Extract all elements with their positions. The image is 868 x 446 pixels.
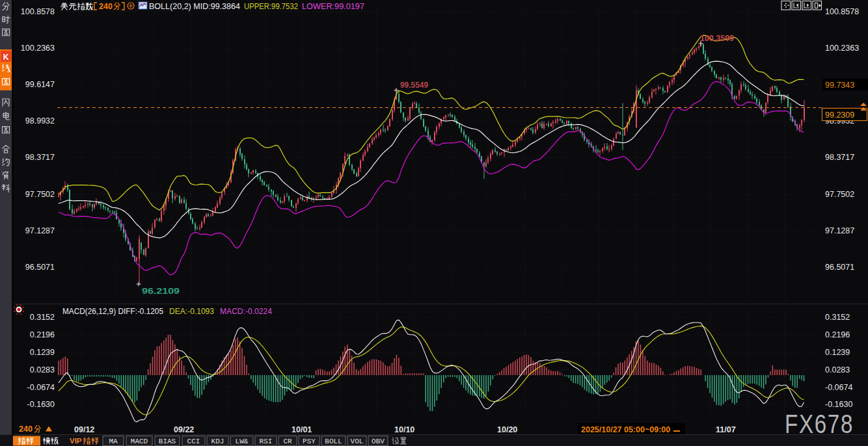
svg-text:99.5549: 99.5549: [400, 81, 428, 90]
svg-text:100.8578: 100.8578: [825, 7, 859, 16]
svg-text:-0.1630: -0.1630: [27, 400, 55, 409]
svg-text:98.9932: 98.9932: [25, 116, 55, 125]
svg-text:CR: CR: [283, 438, 292, 445]
svg-text:10/10: 10/10: [394, 425, 414, 434]
svg-text:FX678: FX678: [785, 410, 854, 439]
svg-text:0.1239: 0.1239: [30, 348, 55, 357]
svg-text:100.3599: 100.3599: [700, 34, 734, 43]
svg-text:96.5071: 96.5071: [825, 263, 854, 272]
svg-text:240: 240: [99, 2, 113, 11]
svg-text:99.2309: 99.2309: [825, 111, 854, 120]
svg-text:11/07: 11/07: [716, 425, 736, 434]
svg-text:97.7502: 97.7502: [25, 190, 55, 199]
svg-text:0.2196: 0.2196: [30, 330, 55, 339]
svg-text:96.5071: 96.5071: [25, 263, 55, 272]
svg-text:MACD(26,12,9) DIFF:-0.1205: MACD(26,12,9) DIFF:-0.1205: [62, 307, 163, 316]
svg-text:100.2363: 100.2363: [21, 44, 55, 53]
svg-text:RSI: RSI: [260, 438, 273, 445]
svg-text:0.0283: 0.0283: [30, 365, 55, 374]
svg-text:-0.1630: -0.1630: [825, 400, 852, 409]
svg-text:OBV: OBV: [372, 438, 385, 445]
svg-text:BOLL: BOLL: [325, 438, 342, 445]
svg-text:0.0283: 0.0283: [825, 365, 850, 374]
svg-text:0.1239: 0.1239: [825, 348, 850, 357]
svg-text:97.1287: 97.1287: [825, 226, 854, 235]
svg-text:MACD: MACD: [131, 438, 148, 445]
svg-text:0.3152: 0.3152: [30, 313, 55, 322]
svg-text:10/20: 10/20: [497, 425, 517, 434]
svg-text:MACD:-0.0224: MACD:-0.0224: [220, 307, 272, 316]
svg-text:UPPER:99.7532: UPPER:99.7532: [244, 2, 298, 11]
svg-text:DEA:-0.1093: DEA:-0.1093: [169, 307, 214, 316]
svg-text:97.1287: 97.1287: [25, 226, 55, 235]
svg-text:MA: MA: [109, 438, 118, 445]
svg-text:240: 240: [19, 425, 33, 434]
svg-text:0.2196: 0.2196: [825, 330, 850, 339]
svg-text:09/12: 09/12: [74, 425, 94, 434]
svg-text:2025/10/27 05:00~09:00: 2025/10/27 05:00~09:00: [581, 425, 670, 434]
svg-text:99.7343: 99.7343: [825, 81, 854, 90]
svg-text:98.3717: 98.3717: [825, 153, 854, 162]
svg-text:10/01: 10/01: [292, 425, 312, 434]
svg-text:BIAS: BIAS: [159, 438, 176, 445]
svg-text:KDJ: KDJ: [211, 438, 224, 445]
svg-text:100.2363: 100.2363: [825, 44, 859, 53]
svg-text:BOLL(20,2) MID:99.3864: BOLL(20,2) MID:99.3864: [149, 2, 240, 11]
svg-text:100.8578: 100.8578: [21, 7, 55, 16]
svg-text:VOL: VOL: [351, 438, 364, 445]
svg-text:-0.0674: -0.0674: [27, 383, 55, 392]
svg-text:09/22: 09/22: [174, 425, 194, 434]
svg-text:-0.0674: -0.0674: [825, 383, 852, 392]
svg-text:96.2109: 96.2109: [142, 287, 180, 296]
svg-text:98.3717: 98.3717: [25, 153, 55, 162]
svg-text:0.3152: 0.3152: [825, 313, 850, 322]
svg-text:99.6147: 99.6147: [25, 80, 55, 89]
svg-text:CCI: CCI: [187, 438, 200, 445]
svg-text:97.7502: 97.7502: [825, 190, 854, 199]
svg-text:LOWER:99.0197: LOWER:99.0197: [302, 2, 364, 11]
svg-text:VIP: VIP: [70, 437, 82, 445]
svg-text:PSY: PSY: [303, 438, 316, 445]
svg-text:K: K: [3, 53, 9, 62]
svg-text:LW&: LW&: [236, 438, 249, 445]
